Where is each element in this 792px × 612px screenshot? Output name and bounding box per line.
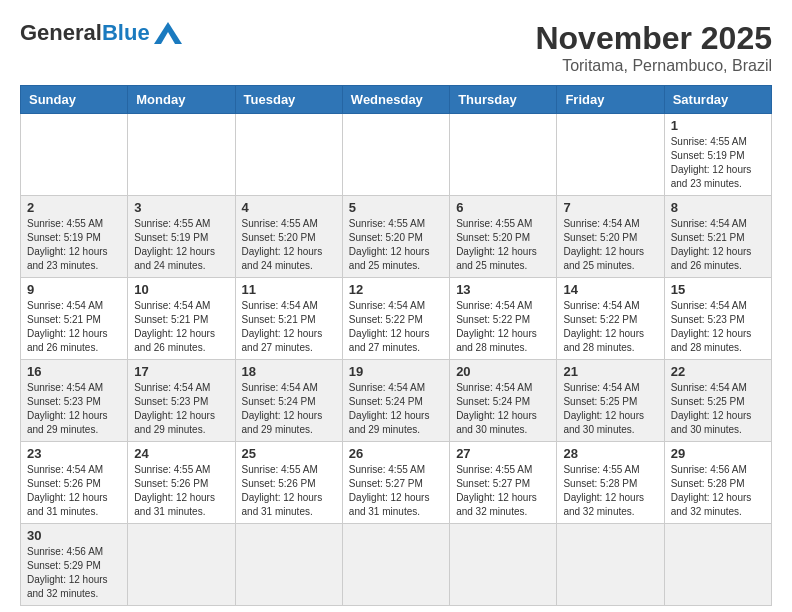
- day-number: 11: [242, 282, 336, 297]
- calendar-table: SundayMondayTuesdayWednesdayThursdayFrid…: [20, 85, 772, 606]
- calendar-cell: 26Sunrise: 4:55 AM Sunset: 5:27 PM Dayli…: [342, 442, 449, 524]
- day-number: 27: [456, 446, 550, 461]
- day-number: 8: [671, 200, 765, 215]
- day-number: 13: [456, 282, 550, 297]
- day-info: Sunrise: 4:55 AM Sunset: 5:20 PM Dayligh…: [242, 217, 336, 273]
- day-info: Sunrise: 4:54 AM Sunset: 5:26 PM Dayligh…: [27, 463, 121, 519]
- day-info: Sunrise: 4:54 AM Sunset: 5:23 PM Dayligh…: [27, 381, 121, 437]
- day-number: 17: [134, 364, 228, 379]
- day-info: Sunrise: 4:55 AM Sunset: 5:19 PM Dayligh…: [671, 135, 765, 191]
- calendar-cell: 28Sunrise: 4:55 AM Sunset: 5:28 PM Dayli…: [557, 442, 664, 524]
- weekday-header-thursday: Thursday: [450, 86, 557, 114]
- day-info: Sunrise: 4:56 AM Sunset: 5:29 PM Dayligh…: [27, 545, 121, 601]
- day-info: Sunrise: 4:55 AM Sunset: 5:19 PM Dayligh…: [134, 217, 228, 273]
- calendar-cell: 22Sunrise: 4:54 AM Sunset: 5:25 PM Dayli…: [664, 360, 771, 442]
- calendar-cell: 30Sunrise: 4:56 AM Sunset: 5:29 PM Dayli…: [21, 524, 128, 606]
- calendar-week-row: 23Sunrise: 4:54 AM Sunset: 5:26 PM Dayli…: [21, 442, 772, 524]
- day-info: Sunrise: 4:55 AM Sunset: 5:27 PM Dayligh…: [456, 463, 550, 519]
- day-number: 2: [27, 200, 121, 215]
- day-info: Sunrise: 4:54 AM Sunset: 5:20 PM Dayligh…: [563, 217, 657, 273]
- weekday-header-friday: Friday: [557, 86, 664, 114]
- calendar-cell: 16Sunrise: 4:54 AM Sunset: 5:23 PM Dayli…: [21, 360, 128, 442]
- calendar-cell: [342, 114, 449, 196]
- day-info: Sunrise: 4:54 AM Sunset: 5:22 PM Dayligh…: [563, 299, 657, 355]
- day-number: 16: [27, 364, 121, 379]
- calendar-cell: [342, 524, 449, 606]
- location-title: Toritama, Pernambuco, Brazil: [535, 57, 772, 75]
- day-number: 1: [671, 118, 765, 133]
- calendar-week-row: 1Sunrise: 4:55 AM Sunset: 5:19 PM Daylig…: [21, 114, 772, 196]
- calendar-cell: [450, 524, 557, 606]
- day-info: Sunrise: 4:54 AM Sunset: 5:21 PM Dayligh…: [27, 299, 121, 355]
- calendar-cell: [557, 114, 664, 196]
- calendar-cell: 29Sunrise: 4:56 AM Sunset: 5:28 PM Dayli…: [664, 442, 771, 524]
- calendar-cell: 11Sunrise: 4:54 AM Sunset: 5:21 PM Dayli…: [235, 278, 342, 360]
- page-header: GeneralBlue November 2025 Toritama, Pern…: [20, 20, 772, 75]
- day-number: 20: [456, 364, 550, 379]
- day-info: Sunrise: 4:55 AM Sunset: 5:28 PM Dayligh…: [563, 463, 657, 519]
- calendar-cell: 5Sunrise: 4:55 AM Sunset: 5:20 PM Daylig…: [342, 196, 449, 278]
- day-number: 30: [27, 528, 121, 543]
- calendar-cell: [235, 114, 342, 196]
- calendar-cell: [235, 524, 342, 606]
- calendar-week-row: 30Sunrise: 4:56 AM Sunset: 5:29 PM Dayli…: [21, 524, 772, 606]
- day-info: Sunrise: 4:55 AM Sunset: 5:26 PM Dayligh…: [134, 463, 228, 519]
- calendar-cell: 27Sunrise: 4:55 AM Sunset: 5:27 PM Dayli…: [450, 442, 557, 524]
- calendar-cell: 8Sunrise: 4:54 AM Sunset: 5:21 PM Daylig…: [664, 196, 771, 278]
- weekday-header-row: SundayMondayTuesdayWednesdayThursdayFrid…: [21, 86, 772, 114]
- day-info: Sunrise: 4:54 AM Sunset: 5:23 PM Dayligh…: [134, 381, 228, 437]
- calendar-cell: 6Sunrise: 4:55 AM Sunset: 5:20 PM Daylig…: [450, 196, 557, 278]
- logo-blue-text: Blue: [102, 20, 150, 46]
- calendar-cell: 20Sunrise: 4:54 AM Sunset: 5:24 PM Dayli…: [450, 360, 557, 442]
- logo-area: GeneralBlue: [20, 20, 182, 46]
- day-info: Sunrise: 4:54 AM Sunset: 5:24 PM Dayligh…: [349, 381, 443, 437]
- calendar-cell: 21Sunrise: 4:54 AM Sunset: 5:25 PM Dayli…: [557, 360, 664, 442]
- calendar-cell: 19Sunrise: 4:54 AM Sunset: 5:24 PM Dayli…: [342, 360, 449, 442]
- weekday-header-saturday: Saturday: [664, 86, 771, 114]
- calendar-cell: [21, 114, 128, 196]
- calendar-cell: 18Sunrise: 4:54 AM Sunset: 5:24 PM Dayli…: [235, 360, 342, 442]
- calendar-cell: 9Sunrise: 4:54 AM Sunset: 5:21 PM Daylig…: [21, 278, 128, 360]
- calendar-week-row: 9Sunrise: 4:54 AM Sunset: 5:21 PM Daylig…: [21, 278, 772, 360]
- calendar-cell: 4Sunrise: 4:55 AM Sunset: 5:20 PM Daylig…: [235, 196, 342, 278]
- month-title: November 2025: [535, 20, 772, 57]
- day-number: 7: [563, 200, 657, 215]
- calendar-cell: 17Sunrise: 4:54 AM Sunset: 5:23 PM Dayli…: [128, 360, 235, 442]
- calendar-week-row: 2Sunrise: 4:55 AM Sunset: 5:19 PM Daylig…: [21, 196, 772, 278]
- title-area: November 2025 Toritama, Pernambuco, Braz…: [535, 20, 772, 75]
- weekday-header-monday: Monday: [128, 86, 235, 114]
- day-number: 3: [134, 200, 228, 215]
- day-info: Sunrise: 4:54 AM Sunset: 5:21 PM Dayligh…: [134, 299, 228, 355]
- day-number: 10: [134, 282, 228, 297]
- day-info: Sunrise: 4:54 AM Sunset: 5:25 PM Dayligh…: [671, 381, 765, 437]
- day-info: Sunrise: 4:55 AM Sunset: 5:20 PM Dayligh…: [456, 217, 550, 273]
- day-number: 4: [242, 200, 336, 215]
- calendar-cell: 2Sunrise: 4:55 AM Sunset: 5:19 PM Daylig…: [21, 196, 128, 278]
- day-number: 15: [671, 282, 765, 297]
- logo-general-text: General: [20, 20, 102, 46]
- day-info: Sunrise: 4:56 AM Sunset: 5:28 PM Dayligh…: [671, 463, 765, 519]
- day-info: Sunrise: 4:55 AM Sunset: 5:20 PM Dayligh…: [349, 217, 443, 273]
- day-info: Sunrise: 4:54 AM Sunset: 5:21 PM Dayligh…: [671, 217, 765, 273]
- day-number: 14: [563, 282, 657, 297]
- day-number: 26: [349, 446, 443, 461]
- day-number: 24: [134, 446, 228, 461]
- calendar-cell: 14Sunrise: 4:54 AM Sunset: 5:22 PM Dayli…: [557, 278, 664, 360]
- calendar-cell: 24Sunrise: 4:55 AM Sunset: 5:26 PM Dayli…: [128, 442, 235, 524]
- calendar-cell: [450, 114, 557, 196]
- day-info: Sunrise: 4:55 AM Sunset: 5:27 PM Dayligh…: [349, 463, 443, 519]
- calendar-week-row: 16Sunrise: 4:54 AM Sunset: 5:23 PM Dayli…: [21, 360, 772, 442]
- calendar-cell: 3Sunrise: 4:55 AM Sunset: 5:19 PM Daylig…: [128, 196, 235, 278]
- calendar-cell: 15Sunrise: 4:54 AM Sunset: 5:23 PM Dayli…: [664, 278, 771, 360]
- calendar-cell: [664, 524, 771, 606]
- logo: GeneralBlue: [20, 20, 182, 46]
- day-number: 22: [671, 364, 765, 379]
- day-info: Sunrise: 4:54 AM Sunset: 5:22 PM Dayligh…: [456, 299, 550, 355]
- day-info: Sunrise: 4:54 AM Sunset: 5:23 PM Dayligh…: [671, 299, 765, 355]
- calendar-cell: 25Sunrise: 4:55 AM Sunset: 5:26 PM Dayli…: [235, 442, 342, 524]
- calendar-cell: 10Sunrise: 4:54 AM Sunset: 5:21 PM Dayli…: [128, 278, 235, 360]
- day-info: Sunrise: 4:54 AM Sunset: 5:24 PM Dayligh…: [456, 381, 550, 437]
- day-number: 25: [242, 446, 336, 461]
- calendar-cell: 23Sunrise: 4:54 AM Sunset: 5:26 PM Dayli…: [21, 442, 128, 524]
- calendar-cell: 12Sunrise: 4:54 AM Sunset: 5:22 PM Dayli…: [342, 278, 449, 360]
